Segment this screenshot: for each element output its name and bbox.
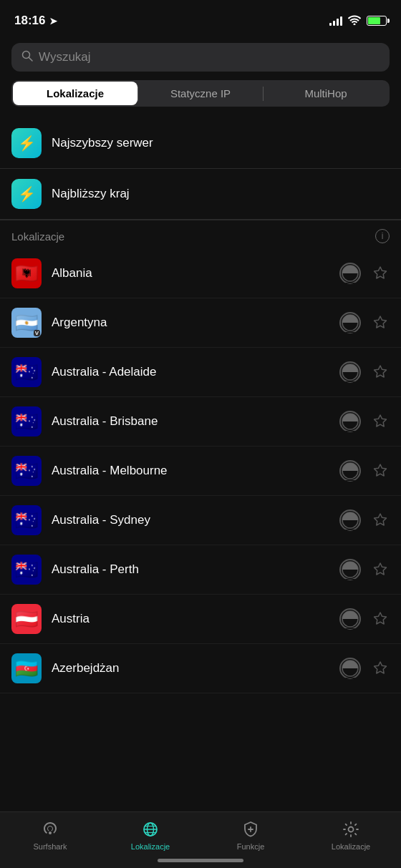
location-actions-australia-melbourne [339,460,390,482]
location-item-azerbaijan[interactable]: 🇦🇿Azerbejdżan [0,644,401,693]
flag-icon-albania: 🇦🇱 [11,258,42,288]
flag-icon-australia-melbourne: 🇦🇺 [11,456,42,486]
location-actions-austria [339,608,390,630]
nav-item-settings[interactable]: Lokalizacje [326,819,376,851]
favorite-button-australia-brisbane[interactable] [371,412,390,431]
location-name-australia-sydney: Australia - Sydney [52,513,329,527]
flag-icon-australia-adelaide: 🇦🇺 [11,357,42,387]
svg-point-19 [349,827,354,832]
status-bar: 18:16 ➤ [0,0,401,37]
signal-strength-icon [329,16,342,26]
svg-line-1 [29,58,33,62]
svg-point-11 [49,832,52,834]
location-name-albania: Albania [52,266,329,281]
nav-item-surfshark[interactable]: Surfshark [25,819,75,851]
home-indicator [158,859,243,862]
favorite-button-australia-melbourne[interactable] [371,462,390,480]
location-name-australia-brisbane: Australia - Brisbane [52,414,329,429]
info-icon[interactable]: i [375,229,390,243]
connect-button-austria[interactable] [339,608,361,630]
locations-list: 🇦🇱Albania 🇦🇷VArgentyna 🇦🇺Australia - Ade… [0,249,401,693]
location-name-azerbaijan: Azerbejdżan [52,661,329,676]
location-item-argentina[interactable]: 🇦🇷VArgentyna [0,298,401,348]
flag-icon-azerbaijan: 🇦🇿 [11,653,42,683]
status-time: 18:16 ➤ [14,14,57,28]
locations-section-header: Lokalizacje i [0,220,401,249]
location-item-albania[interactable]: 🇦🇱Albania [0,249,401,298]
tab-multihop[interactable]: MultiHop [264,82,388,105]
fastest-server-label: Najszybszy serwer [52,136,153,150]
surfshark-icon [40,819,60,839]
search-icon [21,50,33,64]
fastest-server-icon: ⚡ [11,128,42,158]
favorite-button-azerbaijan[interactable] [371,659,390,678]
search-bar-container: Wyszukaj [0,37,401,80]
nav-label-surfshark: Surfshark [33,842,67,851]
location-item-australia-sydney[interactable]: 🇦🇺Australia - Sydney [0,496,401,545]
battery-icon [367,16,387,26]
favorite-button-argentina[interactable] [371,313,390,332]
tabs-container: Lokalizacje Statyczne IP MultiHop [11,80,390,107]
connect-button-australia-sydney[interactable] [339,509,361,531]
location-item-australia-brisbane[interactable]: 🇦🇺Australia - Brisbane [0,397,401,447]
flag-icon-austria: 🇦🇹 [11,604,42,634]
search-placeholder: Wyszukaj [39,50,91,64]
location-actions-australia-perth [339,559,390,580]
connect-button-australia-brisbane[interactable] [339,411,361,432]
location-item-australia-melbourne[interactable]: 🇦🇺Australia - Melbourne [0,447,401,496]
gear-icon [341,819,361,839]
shield-plus-icon [241,819,261,839]
location-item-austria[interactable]: 🇦🇹Austria [0,595,401,644]
search-bar[interactable]: Wyszukaj [11,43,390,72]
location-actions-australia-adelaide [339,361,390,383]
connect-button-azerbaijan[interactable] [339,658,361,679]
location-name-australia-perth: Australia - Perth [52,562,329,577]
fastest-server-option[interactable]: ⚡ Najszybszy serwer [0,118,401,169]
location-actions-argentina [339,312,390,333]
content-scroll: ⚡ Najszybszy serwer ⚡ Najbliższy kraj Lo… [0,118,401,758]
globe-icon [140,819,160,839]
tab-locations[interactable]: Lokalizacje [13,82,137,105]
location-actions-australia-sydney [339,509,390,531]
nearest-country-icon: ⚡ [11,179,42,209]
connect-button-australia-melbourne[interactable] [339,460,361,482]
tab-static-ip[interactable]: Statyczne IP [138,82,263,105]
location-arrow-icon: ➤ [49,16,57,26]
location-item-australia-perth[interactable]: 🇦🇺Australia - Perth [0,545,401,595]
location-actions-albania [339,263,390,284]
nav-label-settings: Lokalizacje [332,842,370,851]
connect-button-australia-perth[interactable] [339,559,361,580]
favorite-button-australia-perth[interactable] [371,560,390,579]
location-actions-australia-brisbane [339,411,390,432]
favorite-button-australia-sydney[interactable] [371,511,390,530]
nav-item-locations[interactable]: Lokalizacje [125,819,175,851]
connect-button-argentina[interactable] [339,312,361,333]
flag-icon-australia-brisbane: 🇦🇺 [11,406,42,437]
connect-button-albania[interactable] [339,263,361,284]
nav-label-features: Funkcje [237,842,265,851]
location-item-australia-adelaide[interactable]: 🇦🇺Australia - Adelaide [0,348,401,397]
flag-icon-australia-perth: 🇦🇺 [11,555,42,585]
favorite-button-australia-adelaide[interactable] [371,363,390,381]
flag-icon-australia-sydney: 🇦🇺 [11,505,42,535]
nav-item-features[interactable]: Funkcje [226,819,276,851]
favorite-button-albania[interactable] [371,264,390,283]
location-name-austria: Austria [52,612,329,626]
location-name-australia-melbourne: Australia - Melbourne [52,464,329,478]
location-name-argentina: Argentyna [52,316,329,330]
nearest-country-label: Najbliższy kraj [52,187,130,201]
nearest-country-option[interactable]: ⚡ Najbliższy kraj [0,169,401,220]
wifi-icon [348,15,361,27]
location-name-australia-adelaide: Australia - Adelaide [52,365,329,379]
section-title: Lokalizacje [11,230,64,243]
status-icons [329,15,387,27]
favorite-button-austria[interactable] [371,610,390,628]
flag-icon-argentina: 🇦🇷V [11,308,42,338]
nav-label-locations: Lokalizacje [131,842,170,851]
connect-button-australia-adelaide[interactable] [339,361,361,383]
location-actions-azerbaijan [339,658,390,679]
